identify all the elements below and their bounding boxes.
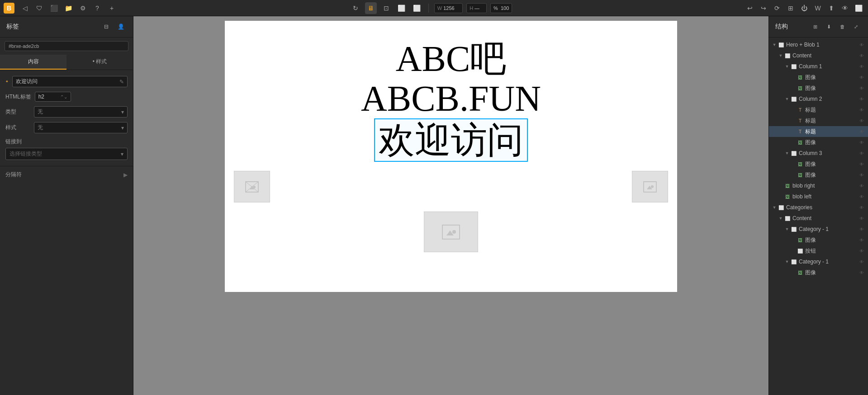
tree-item-content-2[interactable]: ▼ ⬜ Content 👁 xyxy=(769,213,868,224)
tree-item-heading-3[interactable]: T 标题 👁 xyxy=(769,126,868,137)
save-icon[interactable]: ⬛ xyxy=(48,2,60,14)
tree-item-btn-1[interactable]: ⬜ 按钮 👁 xyxy=(769,245,868,256)
crop-icon[interactable]: ⊡ xyxy=(380,2,392,14)
tree-eye-img-6[interactable]: 👁 xyxy=(858,236,865,244)
download-icon[interactable]: ⬇ xyxy=(823,21,835,33)
redo-icon[interactable]: ↪ xyxy=(758,2,769,14)
tree-item-column-1[interactable]: ▼ ⬜ Column 1 👁 xyxy=(769,61,868,72)
refresh-icon[interactable]: ↻ xyxy=(350,2,361,14)
tree-eye-img-5[interactable]: 👁 xyxy=(858,171,865,179)
wordpress-icon[interactable]: W xyxy=(812,2,824,14)
history-icon[interactable]: ⟳ xyxy=(771,2,783,14)
tree-item-heading-2[interactable]: T 标题 👁 xyxy=(769,115,868,126)
tree-item-column-2[interactable]: ▼ ⬜ Column 2 👁 xyxy=(769,94,868,104)
user-icon[interactable]: 👤 xyxy=(115,21,127,33)
folder-icon[interactable]: 📁 xyxy=(62,2,74,14)
tree-toggle-category-1a[interactable]: ▼ xyxy=(783,226,791,233)
tree-item-blob-left[interactable]: 🖼 blob left 👁 xyxy=(769,191,868,202)
tree-item-img-5[interactable]: 🖼 图像 👁 xyxy=(769,169,868,180)
new-layer-icon[interactable]: ⊞ xyxy=(809,21,821,33)
tree-eye-blob-right[interactable]: 👁 xyxy=(858,182,865,189)
tree-eye-category-1a[interactable]: 👁 xyxy=(858,226,865,233)
width-input[interactable] xyxy=(443,5,460,11)
maximize-icon[interactable]: ⤢ xyxy=(850,21,862,33)
help-icon[interactable]: ? xyxy=(91,2,103,14)
tree-toggle-hero-blob-1[interactable]: ▼ xyxy=(771,41,778,48)
type-value: 无 xyxy=(38,108,43,116)
tree-eye-categories[interactable]: 👁 xyxy=(858,204,865,211)
settings-icon[interactable]: ⚙ xyxy=(77,2,89,14)
tree-item-img-4[interactable]: 🖼 图像 👁 xyxy=(769,159,868,169)
tablet-icon[interactable]: ⬜ xyxy=(411,2,423,14)
tree-eye-blob-left[interactable]: 👁 xyxy=(858,193,865,200)
tree-item-column-3[interactable]: ▼ ⬜ Column 3 👁 xyxy=(769,148,868,159)
tree-eye-img-2[interactable]: 👁 xyxy=(858,85,865,92)
tree-eye-img-4[interactable]: 👁 xyxy=(858,160,865,168)
browser-icon[interactable]: ⬜ xyxy=(396,2,408,14)
height-input[interactable] xyxy=(474,5,484,11)
edit-icon[interactable]: ✎ xyxy=(119,79,124,85)
tree-toggle-categories[interactable]: ▼ xyxy=(771,204,778,211)
style-select[interactable]: 无 ▾ xyxy=(34,122,128,133)
tree-toggle-content-1[interactable]: ▼ xyxy=(777,52,784,59)
tree-eye-column-2[interactable]: 👁 xyxy=(858,95,865,103)
tree-item-img-2[interactable]: 🖼 图像 👁 xyxy=(769,83,868,94)
height-field[interactable]: H xyxy=(466,3,487,13)
power-icon[interactable]: ⏻ xyxy=(798,2,810,14)
width-field[interactable]: W xyxy=(434,3,463,13)
tree-toggle-img-1 xyxy=(790,74,797,81)
content-field[interactable]: 欢迎访问 ✎ xyxy=(12,76,128,87)
tree-eye-heading-3[interactable]: 👁 xyxy=(858,128,865,135)
back-icon[interactable]: ◁ xyxy=(19,2,31,14)
tree-eye-hero-blob-1[interactable]: 👁 xyxy=(858,41,865,48)
zoom-field[interactable]: % 100 xyxy=(490,3,512,13)
tree-eye-img-1[interactable]: 👁 xyxy=(858,74,865,81)
tree-eye-column-1[interactable]: 👁 xyxy=(858,63,865,70)
undo-icon[interactable]: ↩ xyxy=(744,2,756,14)
tree-toggle-column-2[interactable]: ▼ xyxy=(783,95,791,103)
add-icon[interactable]: + xyxy=(106,2,118,14)
desktop-icon[interactable]: 🖥 xyxy=(365,2,377,14)
type-select[interactable]: 无 ▾ xyxy=(34,106,128,118)
tree-item-hero-blob-1[interactable]: ▼ ⬜ Hero + Blob 1 👁 xyxy=(769,39,868,50)
tree-eye-category-1b[interactable]: 👁 xyxy=(858,258,865,265)
app-logo[interactable]: B xyxy=(4,3,14,14)
tree-eye-column-3[interactable]: 👁 xyxy=(858,150,865,157)
tree-item-category-1b[interactable]: ▼ ⬜ Category - 1 👁 xyxy=(769,256,868,267)
tree-item-categories[interactable]: ▼ ⬜ Categories 👁 xyxy=(769,202,868,213)
canvas-text-selected[interactable]: 欢迎访问 xyxy=(374,118,528,162)
shield-icon[interactable]: 🛡 xyxy=(33,2,45,14)
tab-content[interactable]: 内容 xyxy=(0,55,66,70)
preview-icon[interactable]: 👁 xyxy=(839,2,851,14)
tab-style[interactable]: • 样式 xyxy=(66,55,133,70)
tree-toggle-column-3[interactable]: ▼ xyxy=(783,150,791,157)
tree-eye-img-3[interactable]: 👁 xyxy=(858,139,865,146)
tree-area: ▼ ⬜ Hero + Blob 1 👁 ▼ ⬜ Content 👁 ▼ ⬜ Co… xyxy=(769,38,868,395)
tree-eye-heading-2[interactable]: 👁 xyxy=(858,117,865,124)
html-tag-select[interactable]: h2 ⌃⌄ xyxy=(35,92,71,102)
tree-item-content-1[interactable]: ▼ ⬜ Content 👁 xyxy=(769,50,868,61)
link-select[interactable]: 选择链接类型 ▾ xyxy=(5,148,128,160)
tree-eye-content-2[interactable]: 👁 xyxy=(858,215,865,222)
export-icon[interactable]: ⬆ xyxy=(825,2,837,14)
tree-item-category-1a[interactable]: ▼ ⬜ Category - 1 👁 xyxy=(769,224,868,235)
tree-toggle-content-2[interactable]: ▼ xyxy=(777,215,784,222)
tree-eye-heading-1[interactable]: 👁 xyxy=(858,106,865,113)
tree-toggle-column-1[interactable]: ▼ xyxy=(783,63,791,70)
tree-eye-img-7[interactable]: 👁 xyxy=(858,269,865,276)
tree-item-img-1[interactable]: 🖼 图像 👁 xyxy=(769,72,868,83)
divider-row[interactable]: 分隔符 ▶ xyxy=(0,166,133,183)
tree-item-img-7[interactable]: 🖼 图像 👁 xyxy=(769,267,868,278)
tree-item-blob-right[interactable]: 🖼 blob right 👁 xyxy=(769,180,868,191)
tree-toggle-category-1b[interactable]: ▼ xyxy=(783,258,791,265)
layers-icon[interactable]: ⊞ xyxy=(785,2,797,14)
tree-item-img-3[interactable]: 🖼 图像 👁 xyxy=(769,137,868,148)
canvas-area[interactable]: ABC吧 ABCB.FUN 欢迎访问 xyxy=(133,16,768,395)
tree-eye-btn-1[interactable]: 👁 xyxy=(858,247,865,254)
tree-item-img-6[interactable]: 🖼 图像 👁 xyxy=(769,235,868,245)
tree-eye-content-1[interactable]: 👁 xyxy=(858,52,865,59)
trash-icon[interactable]: 🗑 xyxy=(836,21,848,33)
expand-icon[interactable]: ⬜ xyxy=(853,2,864,14)
copy-layout-icon[interactable]: ⊟ xyxy=(100,21,112,33)
tree-item-heading-1[interactable]: T 标题 👁 xyxy=(769,104,868,115)
